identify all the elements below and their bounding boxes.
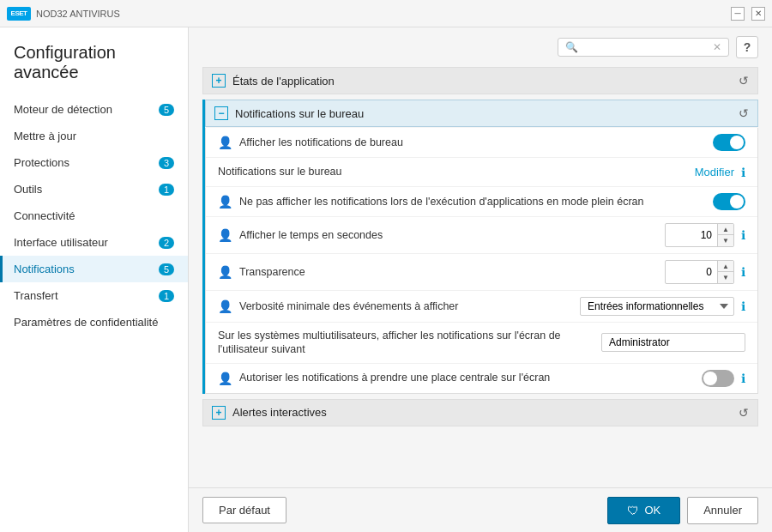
search-box[interactable]: 🔍 ✕ <box>558 38 729 57</box>
eset-logo: ESET <box>7 7 31 21</box>
modifier-link-notif-sur-bureau[interactable]: Modifier <box>695 166 734 178</box>
number-input-transparency[interactable] <box>666 263 717 281</box>
sidebar-item-detection[interactable]: Moteur de détection5 <box>0 96 188 123</box>
spinner-up-show-time[interactable]: ▲ <box>718 224 733 235</box>
sidebar-item-privacy[interactable]: Paramètres de confidentialité <box>0 309 188 336</box>
sidebar-label-update: Mettre à jour <box>14 130 76 142</box>
spinner-show-time: ▲▼ <box>717 224 733 246</box>
settings-row-verbosity: 👤Verbosité minimale des événements à aff… <box>206 291 757 323</box>
spinner-up-transparency[interactable]: ▲ <box>718 261 733 272</box>
row-control-verbosity: Entrées informationnellesAvertissementsE… <box>580 297 734 316</box>
user-icon-show-time: 👤 <box>218 228 232 242</box>
toggle-center-notif[interactable] <box>702 370 734 387</box>
titlebar-title: NOD32 ANTIVIRUS <box>36 9 120 19</box>
toggle-show-desktop-notif[interactable] <box>713 134 745 151</box>
row-control-show-time: ▲▼ <box>665 223 734 247</box>
sidebar-nav: Moteur de détection5Mettre à jourProtect… <box>0 96 188 336</box>
sidebar: Configuration avancée Moteur de détectio… <box>0 27 189 532</box>
info-icon-verbosity[interactable]: ℹ <box>741 299 745 313</box>
row-control-show-desktop-notif <box>713 134 745 151</box>
search-input[interactable] <box>582 41 713 53</box>
toggle-no-fullscreen-notif[interactable] <box>713 193 745 210</box>
section-body-desktop-notifications: 👤Afficher les notifications de bureauNot… <box>205 128 758 394</box>
settings-row-show-desktop-notif: 👤Afficher les notifications de bureau <box>206 128 757 158</box>
section-header-interactive-alerts[interactable]: +Alertes interactives↺ <box>202 399 758 426</box>
section-toggle-desktop-notifications[interactable]: − <box>214 106 228 120</box>
settings-row-show-time: 👤Afficher le temps en secondes▲▼ℹ <box>206 217 757 254</box>
row-label-center-notif: Autoriser les notifications à prendre un… <box>239 371 695 384</box>
content-area: 🔍 ✕ ? +États de l'application↺−Notificat… <box>189 27 772 532</box>
sidebar-label-outils: Outils <box>14 183 42 196</box>
info-icon-center-notif[interactable]: ℹ <box>741 372 745 385</box>
row-label-no-fullscreen-notif: Ne pas afficher les notifications lors d… <box>239 195 706 209</box>
ok-icon: 🛡 <box>627 504 639 517</box>
row-label-verbosity: Verbosité minimale des événements à affi… <box>239 299 573 313</box>
row-control-center-notif <box>702 370 734 387</box>
spinner-down-transparency[interactable]: ▼ <box>718 272 733 283</box>
select-verbosity[interactable]: Entrées informationnellesAvertissementsE… <box>580 297 734 316</box>
sidebar-item-protections[interactable]: Protections3 <box>0 149 188 176</box>
toggle-knob-center-notif <box>703 372 717 385</box>
search-clear-icon[interactable]: ✕ <box>713 41 721 53</box>
info-icon-transparency[interactable]: ℹ <box>741 265 745 279</box>
number-input-show-time[interactable] <box>666 227 717 244</box>
sidebar-label-notifications: Notifications <box>14 263 75 275</box>
settings-row-multiuser: Sur les systèmes multiutilisateurs, affi… <box>206 323 757 364</box>
ok-button[interactable]: 🛡 OK <box>607 497 680 524</box>
sidebar-label-privacy: Paramètres de confidentialité <box>14 316 158 329</box>
section-header-desktop-notifications[interactable]: −Notifications sur le bureau↺ <box>205 100 758 127</box>
sidebar-item-update[interactable]: Mettre à jour <box>0 123 188 149</box>
sidebar-item-interface[interactable]: Interface utilisateur2 <box>0 229 188 256</box>
help-button[interactable]: ? <box>736 36 758 58</box>
sidebar-badge-notifications: 5 <box>159 263 174 275</box>
info-icon-notif-sur-bureau[interactable]: ℹ <box>741 166 745 179</box>
sidebar-label-protections: Protections <box>14 156 69 169</box>
row-label-show-desktop-notif: Afficher les notifications de bureau <box>239 136 706 149</box>
user-icon-show-desktop-notif: 👤 <box>218 136 232 149</box>
toggle-knob-no-fullscreen-notif <box>730 195 744 209</box>
footer: Par défaut 🛡 OK Annuler <box>189 487 772 532</box>
section-reset-app-states[interactable]: ↺ <box>739 74 749 88</box>
sidebar-badge-transfert: 1 <box>159 290 174 302</box>
sidebar-badge-protections: 3 <box>159 157 174 169</box>
sidebar-badge-outils: 1 <box>159 184 174 196</box>
section-app-states: +États de l'application↺ <box>202 67 758 94</box>
main-layout: Configuration avancée Moteur de détectio… <box>0 27 772 532</box>
section-reset-desktop-notifications[interactable]: ↺ <box>739 106 749 120</box>
sidebar-label-transfert: Transfert <box>14 289 58 302</box>
section-title-interactive-alerts: Alertes interactives <box>232 406 732 419</box>
row-control-no-fullscreen-notif <box>713 193 745 210</box>
text-input-multiuser[interactable] <box>601 333 745 352</box>
section-title-desktop-notifications: Notifications sur le bureau <box>235 107 732 120</box>
sidebar-item-notifications[interactable]: Notifications5 <box>0 256 188 282</box>
number-group-transparency: ▲▼ <box>665 260 734 284</box>
section-interactive-alerts: +Alertes interactives↺ <box>202 399 758 426</box>
row-control-notif-sur-bureau: Modifier <box>695 166 734 178</box>
sidebar-badge-interface: 2 <box>159 237 174 249</box>
sidebar-label-detection: Moteur de détection <box>14 103 112 116</box>
section-toggle-interactive-alerts[interactable]: + <box>212 406 226 420</box>
close-button[interactable]: ✕ <box>751 7 765 21</box>
row-label-notif-sur-bureau: Notifications sur le bureau <box>218 165 688 178</box>
spinner-down-show-time[interactable]: ▼ <box>718 235 733 246</box>
info-icon-show-time[interactable]: ℹ <box>741 228 745 242</box>
section-header-app-states[interactable]: +États de l'application↺ <box>202 67 758 94</box>
cancel-button[interactable]: Annuler <box>687 497 758 524</box>
sidebar-item-transfert[interactable]: Transfert1 <box>0 282 188 309</box>
sidebar-title: Configuration avancée <box>0 36 188 96</box>
minimize-button[interactable]: ─ <box>731 7 745 21</box>
sidebar-item-outils[interactable]: Outils1 <box>0 176 188 203</box>
section-toggle-app-states[interactable]: + <box>212 74 226 88</box>
sidebar-item-connectivity[interactable]: Connectivité <box>0 203 188 229</box>
number-group-show-time: ▲▼ <box>665 223 734 247</box>
titlebar-controls: ─ ✕ <box>731 7 765 21</box>
section-reset-interactive-alerts[interactable]: ↺ <box>739 406 749 420</box>
default-button[interactable]: Par défaut <box>202 497 286 523</box>
titlebar-left: ESET NOD32 ANTIVIRUS <box>7 7 120 21</box>
sidebar-label-interface: Interface utilisateur <box>14 236 108 249</box>
user-icon-verbosity: 👤 <box>218 299 232 313</box>
content-scroll: +États de l'application↺−Notifications s… <box>189 67 772 487</box>
footer-right: 🛡 OK Annuler <box>607 497 758 524</box>
sections-container: +États de l'application↺−Notifications s… <box>202 67 758 426</box>
settings-row-transparency: 👤Transparence▲▼ℹ <box>206 254 757 291</box>
